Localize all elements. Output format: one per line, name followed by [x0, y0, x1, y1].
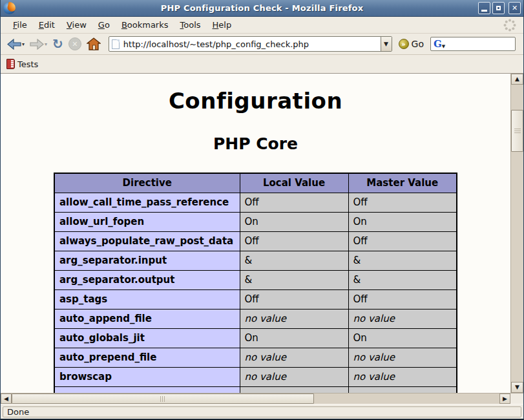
go-button[interactable]: » Go [395, 39, 428, 49]
horizontal-scrollbar[interactable]: ◀ ▶ [1, 393, 510, 404]
table-row: always_populate_raw_post_data Off Off [54, 231, 457, 251]
master-value-cell: no value [348, 348, 457, 367]
menu-item[interactable]: Help [207, 18, 238, 32]
menu-item[interactable]: View [61, 18, 92, 32]
menu-bar: File Edit View Go Bookmarks Tools Help [1, 17, 523, 34]
column-header-master-value: Master Value [348, 173, 457, 193]
stop-icon: ✕ [68, 37, 81, 50]
throbber-icon [503, 18, 517, 32]
back-dropdown-caret[interactable]: ▾ [22, 41, 25, 47]
table-row: auto_prepend_file no value no value [54, 348, 457, 367]
url-dropdown-button[interactable]: ▼ [381, 37, 392, 51]
table-row: auto_append_file no value no value [54, 309, 457, 328]
scroll-up-button[interactable]: ▲ [511, 74, 523, 85]
table-row: asp_tags Off Off [54, 289, 457, 309]
menu-item[interactable]: Go [92, 18, 116, 32]
local-value-cell: & [240, 270, 348, 289]
local-value-cell: no value [240, 348, 348, 367]
window-title: PHP Configuration Check - Mozilla Firefo… [1, 3, 523, 13]
menu-item[interactable]: Edit [33, 18, 61, 32]
status-panel: Done [3, 406, 521, 417]
page-heading: Configuration [1, 88, 510, 114]
directive-cell: allow_url_fopen [54, 212, 240, 231]
menu-item[interactable]: File [7, 18, 33, 32]
bookmark-item[interactable]: Tests [6, 59, 38, 69]
table-row: arg_separator.input & & [54, 251, 457, 270]
master-value-cell: Off [348, 231, 457, 251]
master-value-cell: & [348, 251, 457, 270]
local-value-cell: On [240, 328, 348, 348]
scrollbar-corner [510, 393, 523, 404]
url-bar[interactable]: http://localhost/~test/php_config_check.… [109, 36, 392, 52]
local-value-cell: no value [240, 309, 348, 328]
menu-item[interactable]: Bookmarks [116, 18, 174, 32]
bookmark-icon [6, 59, 15, 69]
section-heading: PHP Core [1, 134, 510, 153]
bookmarks-toolbar: Tests [1, 55, 523, 74]
master-value-cell: On [348, 328, 457, 348]
page-viewport: Configuration PHP Core Directive Local V… [1, 74, 510, 393]
directive-cell: browscap [54, 367, 240, 386]
url-input[interactable]: http://localhost/~test/php_config_check.… [120, 39, 381, 49]
local-value-cell: Off [240, 231, 348, 251]
php-config-table: Directive Local Value Master Value allow… [54, 173, 457, 393]
stop-button[interactable]: ✕ [67, 36, 83, 52]
master-value-cell: Off [348, 289, 457, 309]
table-row: allow_url_fopen On On [54, 212, 457, 231]
local-value-cell: On [240, 212, 348, 231]
local-value-cell: no value [240, 367, 348, 386]
directive-cell: auto_globals_jit [54, 328, 240, 348]
maximize-button[interactable] [492, 2, 505, 14]
page-icon [112, 39, 120, 49]
directive-cell: auto_prepend_file [54, 348, 240, 367]
search-input[interactable]: G ▼ [430, 37, 516, 51]
master-value-cell: & [348, 270, 457, 289]
local-value-cell [240, 386, 348, 393]
local-value-cell: & [240, 251, 348, 270]
local-value-cell: Off [240, 193, 348, 212]
directive-cell: allow_call_time_pass_reference [54, 193, 240, 212]
go-icon: » [399, 39, 409, 49]
vertical-scroll-thumb[interactable] [511, 110, 523, 152]
back-button[interactable]: ▾ [6, 37, 26, 51]
scroll-left-button[interactable]: ◀ [1, 394, 12, 404]
home-button[interactable] [85, 36, 102, 52]
directive-cell [54, 386, 240, 393]
table-row: allow_call_time_pass_reference Off Off [54, 193, 457, 212]
horizontal-scroll-thumb[interactable] [12, 394, 314, 404]
forward-button[interactable]: ▾ [28, 37, 48, 51]
directive-cell: arg_separator.input [54, 251, 240, 270]
reload-icon: ↻ [52, 37, 63, 50]
column-header-directive: Directive [54, 173, 240, 193]
master-value-cell [348, 386, 457, 393]
master-value-cell: Off [348, 193, 457, 212]
menu-item[interactable]: Tools [174, 18, 207, 32]
directive-cell: always_populate_raw_post_data [54, 231, 240, 251]
table-row [54, 386, 457, 393]
directive-cell: arg_separator.output [54, 270, 240, 289]
master-value-cell: no value [348, 367, 457, 386]
table-header-row: Directive Local Value Master Value [54, 173, 457, 193]
minimize-button[interactable] [478, 2, 490, 14]
scroll-down-button[interactable]: ▼ [511, 382, 523, 393]
table-row: auto_globals_jit On On [54, 328, 457, 348]
title-bar: PHP Configuration Check - Mozilla Firefo… [1, 0, 523, 17]
search-dropdown-caret[interactable]: ▼ [442, 44, 445, 49]
forward-dropdown-caret[interactable]: ▾ [45, 41, 47, 47]
horizontal-scroll-track[interactable] [12, 394, 499, 404]
back-icon [7, 39, 21, 50]
forward-icon [30, 39, 44, 50]
column-header-local-value: Local Value [240, 173, 348, 193]
close-button[interactable]: ✕ [508, 2, 521, 14]
table-row: arg_separator.output & & [54, 270, 457, 289]
vertical-scrollbar[interactable]: ▲ ▼ [510, 74, 523, 393]
google-logo-icon: G [434, 38, 442, 50]
vertical-scroll-track[interactable] [511, 85, 523, 382]
reload-button[interactable]: ↻ [51, 36, 65, 52]
table-row: browscap no value no value [54, 367, 457, 386]
status-bar: Done [1, 404, 523, 419]
directive-cell: asp_tags [54, 289, 240, 309]
home-icon [87, 37, 101, 50]
firefox-icon [3, 2, 16, 14]
scroll-right-button[interactable]: ▶ [499, 394, 510, 404]
